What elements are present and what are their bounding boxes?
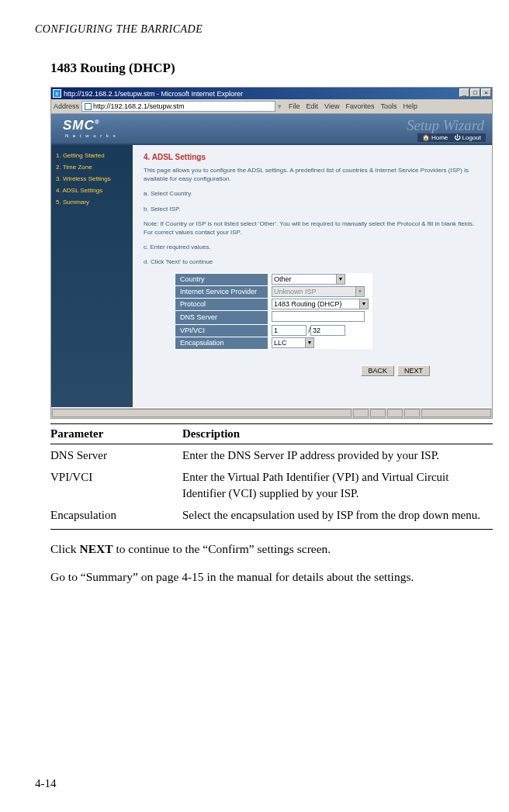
isp-label: Internet Service Provider <box>175 285 268 298</box>
country-select[interactable]: Other▼ <box>272 274 345 285</box>
ie-icon: e <box>53 89 61 98</box>
back-button[interactable]: BACK <box>361 365 394 376</box>
desc-cell: Select the encapsulation used by ISP fro… <box>182 504 493 530</box>
isp-select[interactable]: Unknown ISP▼ <box>272 286 365 297</box>
desc-cell: Enter the Virtual Path Identifier (VPI) … <box>182 466 493 504</box>
protocol-select[interactable]: 1483 Routing (DHCP)▼ <box>272 299 369 309</box>
adsl-settings-table: Country Other▼ Internet Service Provider… <box>175 273 372 350</box>
adsl-note: Note: If Country or ISP is not listed se… <box>144 219 481 237</box>
sidebar-step-4[interactable]: 4. ADSL Settings <box>54 185 130 196</box>
body-paragraph-2: Go to “Summary” on page 4-15 in the manu… <box>50 568 493 586</box>
param-cell: VPI/VCI <box>50 466 182 504</box>
status-seg-3 <box>387 409 403 417</box>
ie-titlebar: e http://192.168.2.1/setupw.stm - Micros… <box>51 88 492 99</box>
body-paragraph-1: Click NEXT to continue to the “Confirm” … <box>50 541 493 558</box>
home-link[interactable]: 🏠 Home <box>422 134 448 141</box>
embedded-screenshot: e http://192.168.2.1/setupw.stm - Micros… <box>50 87 493 419</box>
dns-label: DNS Server <box>175 310 268 324</box>
ie-status-bar <box>51 407 492 418</box>
minimize-button[interactable]: _ <box>459 88 469 97</box>
menu-tools[interactable]: Tools <box>380 102 396 110</box>
adsl-intro: This page allows you to configure the AD… <box>144 166 481 183</box>
adsl-step-d: d. Click 'Next' to continue <box>144 257 481 266</box>
page-number: 4-14 <box>35 777 57 790</box>
param-cell: Encapsulation <box>50 504 182 530</box>
param-cell: DNS Server <box>50 444 182 467</box>
protocol-label: Protocol <box>175 298 268 310</box>
country-label: Country <box>175 273 268 285</box>
address-label: Address <box>54 102 79 110</box>
vpi-input[interactable]: 1 <box>272 325 306 336</box>
page-icon <box>85 103 92 110</box>
encap-label: Encapsulation <box>175 337 268 349</box>
address-bar: Address http://192.168.2.1/setupw.stm ▾ … <box>51 99 492 114</box>
address-value: http://192.168.2.1/setupw.stm <box>93 102 185 110</box>
running-header: CONFIGURING THE BARRICADE <box>35 23 478 36</box>
menu-help[interactable]: Help <box>403 102 417 110</box>
sidebar-step-5[interactable]: 5. Summary <box>54 196 130 208</box>
logout-link[interactable]: ⏻ Logout <box>454 134 481 141</box>
vci-input[interactable]: 32 <box>310 325 345 336</box>
smc-tagline: N e t w o r k s <box>65 133 117 138</box>
parameter-table: Parameter Description DNS Server Enter t… <box>50 423 493 530</box>
param-header: Parameter <box>50 424 182 444</box>
address-input[interactable]: http://192.168.2.1/setupw.stm <box>81 101 275 112</box>
adsl-step-c: c. Enter required values. <box>144 243 481 251</box>
window-title: http://192.168.2.1/setupw.stm - Microsof… <box>64 90 243 98</box>
status-seg-1 <box>353 409 369 417</box>
maximize-button[interactable]: □ <box>470 88 480 97</box>
menu-edit[interactable]: Edit <box>306 102 319 110</box>
close-button[interactable]: × <box>481 88 491 97</box>
sidebar-step-3[interactable]: 3. Wireless Settings <box>54 173 130 185</box>
adsl-title: 4. ADSL Settings <box>144 153 481 161</box>
menu-file[interactable]: File <box>289 102 300 110</box>
ie-menu: File Edit View Favorites Tools Help <box>289 102 417 110</box>
sidebar-step-1[interactable]: 1. Getting Started <box>54 150 130 161</box>
next-button[interactable]: NEXT <box>397 365 430 376</box>
adsl-step-b: b. Select ISP. <box>144 205 481 213</box>
vpivci-label: VPI/VCI <box>175 324 268 337</box>
menu-favorites[interactable]: Favorites <box>345 102 374 110</box>
sidebar-step-2[interactable]: 2. Time Zone <box>54 161 130 173</box>
desc-cell: Enter the DNS Server IP address provided… <box>182 444 493 467</box>
status-seg-2 <box>370 409 386 417</box>
wizard-heading: Setup Wizard <box>407 117 484 134</box>
desc-header: Description <box>182 424 493 444</box>
wizard-sidebar: 1. Getting Started 2. Time Zone 3. Wirel… <box>51 145 133 407</box>
encap-select[interactable]: LLC▼ <box>272 337 314 348</box>
header-links: 🏠 Home ⏻ Logout <box>417 133 486 142</box>
status-seg-main <box>52 409 351 417</box>
section-title: 1483 Routing (DHCP) <box>50 60 478 76</box>
status-seg-4 <box>404 409 420 417</box>
wizard-main: 4. ADSL Settings This page allows you to… <box>133 145 492 407</box>
status-seg-zone <box>421 409 491 417</box>
app-header: SMC® N e t w o r k s Setup Wizard 🏠 Home… <box>51 114 492 143</box>
smc-logo: SMC® <box>63 118 100 133</box>
dns-input[interactable] <box>272 311 365 322</box>
adsl-step-a: a. Select Country. <box>144 189 481 198</box>
menu-view[interactable]: View <box>324 102 339 110</box>
